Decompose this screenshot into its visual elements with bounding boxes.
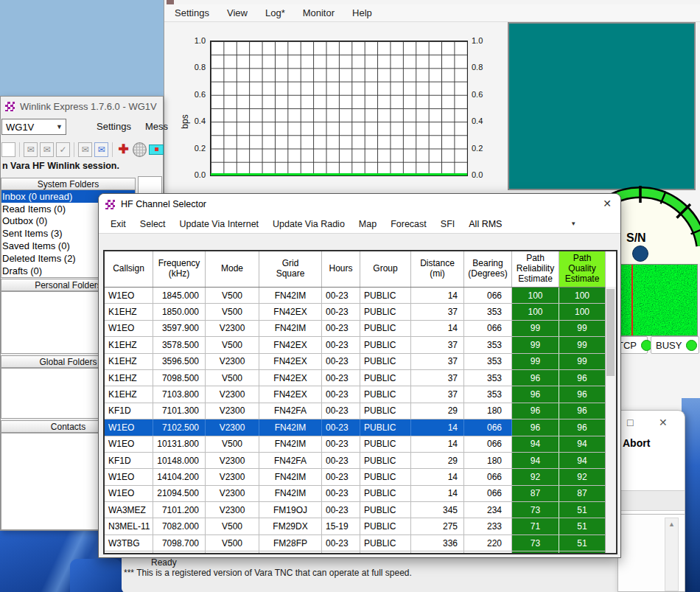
table-row[interactable]: K1EHZ7103.800V2300FN42EX00-23PUBLIC37353… bbox=[105, 386, 616, 403]
system-folders-header[interactable]: System Folders bbox=[1, 178, 136, 190]
session-scrollbar[interactable]: ▲ bbox=[665, 518, 679, 591]
cell-hours: 00-23 bbox=[322, 288, 360, 303]
column-header-group[interactable]: Group bbox=[360, 251, 411, 287]
table-row[interactable]: N3MEL-117082.000V500FM29DX15-19PUBLIC275… bbox=[105, 518, 616, 534]
desktop-bloom-shape bbox=[70, 559, 122, 592]
table-row[interactable]: K1EHZ3596.500V2300FN42EX00-23PUBLIC37353… bbox=[105, 354, 616, 370]
table-row[interactable]: W1EO3597.900V2300FN42IM00-23PUBLIC140669… bbox=[105, 321, 616, 337]
scroll-up-icon[interactable]: ▲ bbox=[665, 520, 678, 528]
post-icon[interactable]: ✉ bbox=[94, 142, 108, 157]
column-header-bearing[interactable]: Bearing (Degrees) bbox=[464, 251, 512, 287]
cell-grid: FN42IM bbox=[259, 486, 322, 501]
abort-button[interactable]: Abort bbox=[623, 437, 650, 449]
hf-channel-selector-dialog: HF Channel Selector ✕ ExitSelectUpdate V… bbox=[98, 193, 621, 558]
cell-bearing: 066 bbox=[464, 486, 512, 501]
cell-group: PUBLIC bbox=[360, 337, 411, 352]
y-tick-left: 0.4 bbox=[182, 116, 206, 125]
winlink-menu-settings[interactable]: Settings bbox=[97, 121, 131, 132]
table-row[interactable]: KB3PCY7107.250V500FM29EV00-23PUBLIC27523… bbox=[105, 551, 616, 554]
cell-group: PUBLIC bbox=[360, 518, 411, 534]
cell-distance: 37 bbox=[411, 370, 464, 386]
cell-mode: V500 bbox=[206, 436, 259, 452]
vara-menu-log[interactable]: Log* bbox=[265, 7, 285, 18]
cell-distance: 14 bbox=[411, 486, 464, 501]
hf-menu-select[interactable]: Select bbox=[140, 219, 166, 229]
reply-all-icon[interactable]: ✉ bbox=[40, 142, 54, 157]
cell-callsign: K1EHZ bbox=[105, 386, 153, 402]
cell-path: 99 bbox=[559, 354, 606, 369]
hf-menu-sfi[interactable]: SFI bbox=[441, 219, 455, 229]
table-row[interactable]: WA3MEZ7101.200V2300FM19OJ00-23PUBLIC3452… bbox=[105, 502, 616, 518]
winlink-menu-message[interactable]: Mess bbox=[145, 121, 168, 132]
cell-hours: 00-23 bbox=[322, 370, 360, 386]
cell-hours: 00-23 bbox=[322, 551, 360, 554]
crosshair-icon[interactable]: ✚ bbox=[116, 142, 130, 157]
close-icon[interactable]: ✕ bbox=[603, 198, 612, 209]
column-header-frequency[interactable]: Frequency (kHz) bbox=[153, 251, 206, 287]
accept-icon[interactable]: ✓ bbox=[56, 142, 70, 157]
column-header-callsign[interactable]: Callsign bbox=[105, 251, 153, 287]
table-row[interactable]: W1EO7102.500V2300FN42IM00-23PUBLIC140669… bbox=[105, 419, 616, 436]
scrollbar-thumb[interactable] bbox=[606, 289, 615, 376]
cell-path: 94 bbox=[512, 436, 559, 452]
chevron-down-icon: ▼ bbox=[570, 220, 576, 227]
cell-callsign: W1EO bbox=[105, 436, 153, 452]
hf-menu-update-via-radio[interactable]: Update Via Radio bbox=[273, 219, 345, 229]
busy-indicator-label: BUSY bbox=[656, 340, 682, 351]
channel-table-body: W1EO1845.000V500FN42IM00-23PUBLIC1406610… bbox=[105, 288, 616, 554]
cell-distance: 29 bbox=[411, 403, 464, 419]
cell-bearing: 353 bbox=[464, 370, 512, 386]
close-icon[interactable]: ✕ bbox=[659, 417, 668, 428]
table-row[interactable]: K1EHZ7098.500V500FN42EX00-23PUBLIC373539… bbox=[105, 370, 616, 386]
cell-mode: V500 bbox=[206, 304, 259, 319]
table-row[interactable]: K1EHZ3578.500V500FN42EX00-23PUBLIC373539… bbox=[105, 337, 616, 353]
reply-icon[interactable]: ✉ bbox=[24, 142, 38, 157]
maximize-icon[interactable]: □ bbox=[627, 417, 633, 428]
cell-bearing: 232 bbox=[464, 551, 512, 554]
column-header-path[interactable]: Path Quality Estimate bbox=[559, 251, 606, 287]
table-row[interactable]: K1EHZ1850.000V500FN42EX00-23PUBLIC373531… bbox=[105, 304, 616, 320]
cell-group: PUBLIC bbox=[360, 419, 411, 435]
forward-icon[interactable]: ✉ bbox=[78, 142, 92, 157]
table-row[interactable]: W1EO21094.500V2300FN42IM00-23PUBLIC14066… bbox=[105, 486, 616, 502]
vara-menu-view[interactable]: View bbox=[227, 7, 248, 18]
capture-icon[interactable] bbox=[149, 144, 164, 155]
column-header-grid[interactable]: Grid Square bbox=[259, 251, 322, 287]
cell-mode: V500 bbox=[206, 535, 259, 551]
cell-path: 94 bbox=[512, 453, 559, 468]
cell-mode: V2300 bbox=[206, 354, 259, 369]
table-row[interactable]: W1EO14104.200V2300FN42IM00-23PUBLIC14066… bbox=[105, 469, 616, 485]
cell-bearing: 180 bbox=[464, 403, 512, 419]
cell-callsign: KB3PCY bbox=[105, 551, 153, 554]
gauge-label: S/N bbox=[626, 231, 646, 244]
cell-hours: 00-23 bbox=[322, 337, 360, 352]
column-header-hours[interactable]: Hours bbox=[322, 251, 360, 287]
column-header-distance[interactable]: Distance (mi) bbox=[411, 251, 464, 287]
hf-menu-map[interactable]: Map bbox=[359, 219, 377, 229]
table-row[interactable]: W3TBG7098.700V500FM28FP00-23PUBLIC336220… bbox=[105, 535, 616, 551]
table-row[interactable]: W1EO10131.800V500FN42IM00-23PUBLIC140669… bbox=[105, 436, 616, 453]
column-header-path[interactable]: Path Reliability Estimate bbox=[512, 251, 559, 287]
globe-icon[interactable] bbox=[133, 142, 147, 157]
column-header-mode[interactable]: Mode bbox=[206, 251, 259, 287]
cell-path: 96 bbox=[512, 386, 559, 402]
cell-callsign: W1EO bbox=[105, 419, 153, 435]
callsign-combo[interactable]: WG1V ▼ bbox=[1, 119, 66, 135]
cell-hours: 00-23 bbox=[322, 486, 360, 501]
cell-grid: FM19OJ bbox=[259, 502, 322, 518]
table-row[interactable]: KF1D10148.000V2300FN42FA00-23PUBLIC29180… bbox=[105, 453, 616, 469]
hf-menu-update-via-internet[interactable]: Update Via Internet bbox=[180, 219, 259, 229]
hf-menu-exit[interactable]: Exit bbox=[111, 219, 126, 229]
vara-menu-monitor[interactable]: Monitor bbox=[303, 7, 335, 18]
vara-menu-settings[interactable]: Settings bbox=[175, 7, 209, 18]
vara-menu-help[interactable]: Help bbox=[352, 7, 372, 18]
new-message-icon[interactable] bbox=[1, 142, 15, 157]
rms-filter-combo[interactable]: All RMS ▼ bbox=[469, 217, 581, 231]
cell-distance: 275 bbox=[411, 518, 464, 534]
cell-path: 73 bbox=[512, 535, 559, 551]
table-row[interactable]: W1EO1845.000V500FN42IM00-23PUBLIC1406610… bbox=[105, 288, 616, 304]
hf-menu-forecast[interactable]: Forecast bbox=[391, 219, 427, 229]
cell-bearing: 066 bbox=[464, 288, 512, 303]
table-row[interactable]: KF1D7101.300V2300FN42FA00-23PUBLIC291809… bbox=[105, 403, 616, 419]
channel-table-scrollbar[interactable] bbox=[605, 287, 616, 553]
